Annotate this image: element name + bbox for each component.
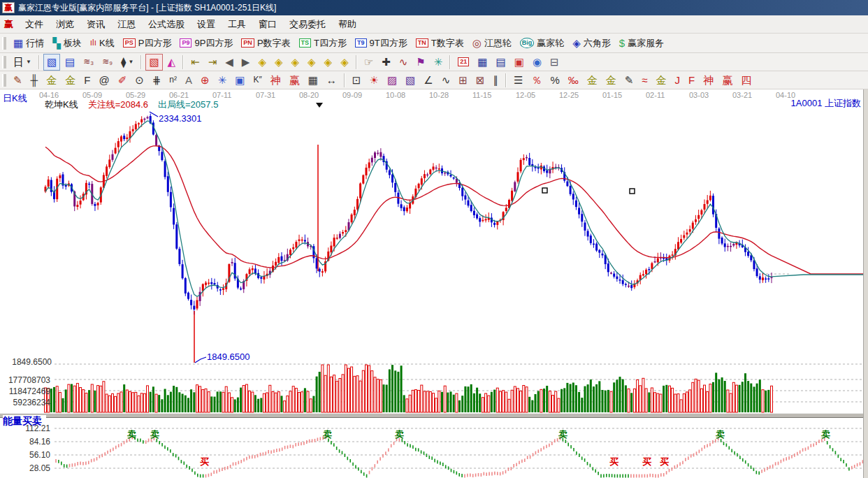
diamond-center-button[interactable]: ◈	[321, 54, 336, 71]
draw-j-angle-button[interactable]: J	[672, 72, 684, 89]
notes-button[interactable]: ▤	[493, 54, 509, 71]
draw-gold-line-button[interactable]: 金	[602, 72, 620, 89]
draw-gold-angle-button[interactable]: 金	[653, 72, 670, 89]
menu-item-资讯[interactable]: 资讯	[80, 16, 111, 33]
draw-scale-button[interactable]: ☰	[510, 72, 526, 89]
wave9-button[interactable]: ≋₉	[99, 54, 116, 71]
trendline-tool-button[interactable]: ∿	[396, 54, 412, 71]
draw-spiral-button[interactable]: @	[95, 72, 113, 89]
toolbar-grip[interactable]	[2, 56, 6, 68]
draw-wave-button[interactable]: ∿	[438, 72, 454, 89]
t-square-button[interactable]: TST四方形	[296, 35, 350, 52]
pattern-tool-button[interactable]: ✳	[431, 54, 447, 71]
period-day-button[interactable]: 日▼	[10, 54, 35, 71]
red-pattern-button[interactable]: ▧	[145, 54, 162, 71]
draw-permille-button[interactable]: ‰	[565, 72, 582, 89]
draw-gold-circle-button[interactable]: 金	[584, 72, 601, 89]
hand-tool-button[interactable]: ☞	[361, 54, 377, 71]
draw-grid-button[interactable]: ╫	[27, 72, 42, 89]
menu-item-工具[interactable]: 工具	[222, 16, 252, 33]
toolbar-grip[interactable]	[2, 74, 6, 87]
gann-wheel-button[interactable]: ◎江恩轮	[469, 35, 515, 52]
pattern-zoom-button[interactable]: ▧	[43, 54, 60, 71]
draw-gold-square2-button[interactable]: 金	[62, 72, 79, 89]
draw-shen-angle-button[interactable]: 神	[700, 72, 717, 89]
draw-time-circle-button[interactable]: ⊙	[131, 72, 147, 89]
crosshair-button[interactable]: ✚	[378, 54, 394, 71]
candle-style-button[interactable]: ⧫▼	[117, 54, 137, 71]
kline-button[interactable]: ılıK线	[87, 35, 118, 52]
p-number-button[interactable]: PNP数字表	[238, 35, 294, 52]
draw-star-button[interactable]: ✳	[215, 72, 231, 89]
detail-list-button[interactable]: ▤	[62, 54, 78, 71]
t-number-button[interactable]: TNT数字表	[412, 35, 468, 52]
histogram-button[interactable]: ◭	[164, 54, 180, 71]
draw-circle-cross-button[interactable]: ⊕	[197, 72, 213, 89]
draw-win-button[interactable]: 赢	[286, 72, 303, 89]
first-page-button[interactable]: ⇤	[187, 54, 203, 71]
draw-box-target-button[interactable]: ▣	[231, 72, 248, 89]
draw-marker-button[interactable]: ✐	[115, 72, 131, 89]
draw-f-angle-button[interactable]: F	[685, 72, 698, 89]
draw-parallel-button[interactable]: ∥	[489, 72, 502, 89]
prev-button[interactable]: ◀	[222, 54, 237, 71]
draw-grid-box-button[interactable]: ⊞	[455, 72, 471, 89]
network-button[interactable]: ◉	[529, 54, 545, 71]
print-button[interactable]: ⊟	[547, 54, 563, 71]
draw-shen-button[interactable]: 神	[267, 72, 284, 89]
draw-shade-box2-button[interactable]: ▧	[402, 72, 419, 89]
next-button[interactable]: ▶	[238, 54, 254, 71]
menu-item-交易委托[interactable]: 交易委托	[283, 16, 332, 33]
9p-square-button[interactable]: P99P四方形	[176, 35, 236, 52]
draw-box2-button[interactable]: ⊡	[349, 72, 365, 89]
menu-item-设置[interactable]: 设置	[191, 16, 222, 33]
diamond-expand-button[interactable]: ◈	[287, 54, 303, 71]
draw-width-button[interactable]: ↔	[323, 72, 340, 89]
draw-number-grid-button[interactable]: ▦	[305, 72, 321, 89]
draw-text-button[interactable]: A	[182, 72, 196, 89]
draw-n2-button[interactable]: n²	[166, 72, 180, 89]
candlestick-chart-canvas[interactable]	[0, 89, 868, 478]
diamond-right-button[interactable]: ◈	[271, 54, 287, 71]
pane-splitter[interactable]	[0, 413, 868, 418]
draw-pen2-button[interactable]: ✎	[621, 72, 637, 89]
draw-knife-button[interactable]: ✎	[10, 72, 26, 89]
save-button[interactable]: ▣	[511, 54, 528, 71]
diamond-all-button[interactable]: ◈	[337, 54, 352, 71]
quotes-button[interactable]: ▦行情	[10, 35, 48, 52]
draw-si-angle-button[interactable]: 四	[737, 72, 755, 89]
draw-win-angle-button[interactable]: 赢	[718, 72, 736, 89]
diamond-left-button[interactable]: ◈	[254, 54, 270, 71]
draw-gold-square-button[interactable]: 金	[43, 72, 60, 89]
chart-scrollbar[interactable]	[863, 89, 868, 478]
draw-grid2-button[interactable]: ⋕	[149, 72, 165, 89]
draw-band-button[interactable]: ≈	[638, 72, 651, 89]
menu-item-浏览[interactable]: 浏览	[50, 16, 80, 33]
draw-percent-button[interactable]: %	[547, 72, 563, 89]
wave3-button[interactable]: ≋₃	[80, 54, 97, 71]
9t-square-button[interactable]: T99T四方形	[352, 35, 411, 52]
draw-grid-box2-button[interactable]: ⊠	[472, 72, 489, 89]
menu-item-帮助[interactable]: 帮助	[332, 16, 363, 33]
calculator-button[interactable]: ▦	[474, 54, 491, 71]
winner-wheel-button[interactable]: Big赢家轮	[516, 35, 568, 52]
diamond-compress-button[interactable]: ◈	[304, 54, 319, 71]
winner-service-button[interactable]: $赢家服务	[616, 35, 667, 52]
draw-ray-fan-button[interactable]: ☀	[366, 72, 382, 89]
last-page-button[interactable]: ⇥	[205, 54, 221, 71]
draw-shade-box-button[interactable]: ▨	[384, 72, 400, 89]
menu-item-文件[interactable]: 文件	[19, 16, 50, 33]
menu-item-公式选股[interactable]: 公式选股	[142, 16, 191, 33]
toolbar-grip[interactable]	[2, 37, 6, 50]
menu-item-窗口[interactable]: 窗口	[252, 16, 283, 33]
flag-tool-button[interactable]: ⚑	[412, 54, 428, 71]
hexagon-button[interactable]: ◈六角形	[569, 35, 614, 52]
sectors-button[interactable]: ▚板块	[49, 35, 85, 52]
draw-f-square-button[interactable]: F	[80, 72, 94, 89]
draw-percent-red-button[interactable]: ％	[528, 72, 545, 89]
p-square-button[interactable]: PSP四方形	[120, 35, 175, 52]
draw-kvalue-button[interactable]: K″	[249, 72, 265, 89]
draw-angle-button[interactable]: ∠	[420, 72, 436, 89]
menu-item-江恩[interactable]: 江恩	[111, 16, 142, 33]
calendar-button[interactable]: 21	[454, 54, 472, 71]
